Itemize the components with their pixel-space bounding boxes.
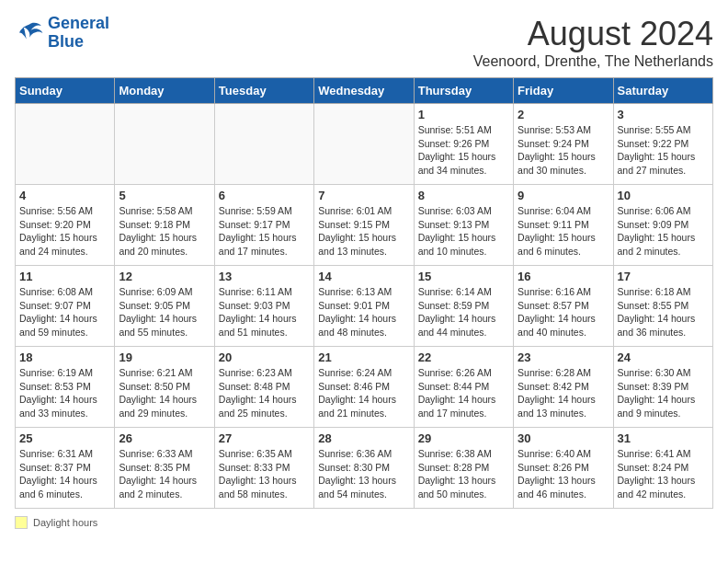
calendar-day-cell: 4Sunrise: 5:56 AM Sunset: 9:20 PM Daylig… — [16, 185, 115, 266]
day-info: Sunrise: 6:38 AM Sunset: 8:28 PM Dayligh… — [418, 447, 509, 501]
day-number: 26 — [119, 431, 210, 445]
calendar-header-row: SundayMondayTuesdayWednesdayThursdayFrid… — [16, 78, 713, 104]
calendar-day-cell: 8Sunrise: 6:03 AM Sunset: 9:13 PM Daylig… — [414, 185, 513, 266]
day-number: 9 — [518, 189, 609, 202]
day-number: 4 — [19, 189, 110, 202]
day-info: Sunrise: 6:16 AM Sunset: 8:57 PM Dayligh… — [518, 285, 609, 339]
calendar-week-row: 11Sunrise: 6:08 AM Sunset: 9:07 PM Dayli… — [16, 266, 713, 347]
calendar-day-cell: 21Sunrise: 6:24 AM Sunset: 8:46 PM Dayli… — [314, 347, 414, 428]
month-title: August 2024 — [473, 15, 713, 53]
day-info: Sunrise: 6:33 AM Sunset: 8:35 PM Dayligh… — [119, 447, 210, 501]
calendar-day-cell: 31Sunrise: 6:41 AM Sunset: 8:24 PM Dayli… — [613, 428, 712, 509]
day-number: 31 — [618, 431, 709, 445]
calendar-day-cell: 6Sunrise: 5:59 AM Sunset: 9:17 PM Daylig… — [214, 185, 313, 266]
location-subtitle: Veenoord, Drenthe, The Netherlands — [473, 53, 713, 70]
calendar-day-cell: 1Sunrise: 5:51 AM Sunset: 9:26 PM Daylig… — [414, 104, 513, 185]
day-info: Sunrise: 6:08 AM Sunset: 9:07 PM Dayligh… — [19, 285, 110, 339]
calendar-day-header: Friday — [514, 78, 613, 104]
calendar-day-cell: 14Sunrise: 6:13 AM Sunset: 9:01 PM Dayli… — [314, 266, 414, 347]
calendar-day-cell: 11Sunrise: 6:08 AM Sunset: 9:07 PM Dayli… — [16, 266, 115, 347]
calendar-day-cell: 16Sunrise: 6:16 AM Sunset: 8:57 PM Dayli… — [514, 266, 613, 347]
title-block: August 2024 Veenoord, Drenthe, The Nethe… — [473, 15, 713, 70]
day-number: 2 — [518, 108, 609, 121]
day-info: Sunrise: 6:30 AM Sunset: 8:39 PM Dayligh… — [618, 366, 709, 420]
day-number: 1 — [418, 108, 509, 121]
calendar-day-cell: 22Sunrise: 6:26 AM Sunset: 8:44 PM Dayli… — [414, 347, 513, 428]
day-info: Sunrise: 6:18 AM Sunset: 8:55 PM Dayligh… — [618, 285, 709, 339]
day-info: Sunrise: 6:04 AM Sunset: 9:11 PM Dayligh… — [518, 204, 609, 259]
calendar-day-cell: 25Sunrise: 6:31 AM Sunset: 8:37 PM Dayli… — [16, 428, 115, 509]
calendar-day-header: Monday — [115, 78, 214, 104]
footer-note: Daylight hours — [15, 516, 713, 529]
calendar-day-header: Wednesday — [314, 78, 414, 104]
daylight-label: Daylight hours — [33, 517, 97, 528]
day-number: 24 — [618, 350, 709, 364]
day-number: 21 — [318, 350, 409, 364]
day-number: 6 — [219, 189, 310, 202]
day-number: 13 — [219, 270, 310, 283]
logo-text: General Blue — [48, 15, 109, 52]
day-info: Sunrise: 6:03 AM Sunset: 9:13 PM Dayligh… — [418, 204, 509, 259]
day-number: 20 — [219, 350, 310, 364]
day-number: 23 — [518, 350, 609, 364]
calendar-day-header: Saturday — [613, 78, 712, 104]
calendar-day-cell: 26Sunrise: 6:33 AM Sunset: 8:35 PM Dayli… — [115, 428, 214, 509]
calendar-day-cell: 7Sunrise: 6:01 AM Sunset: 9:15 PM Daylig… — [314, 185, 414, 266]
day-info: Sunrise: 6:35 AM Sunset: 8:33 PM Dayligh… — [219, 447, 310, 501]
day-info: Sunrise: 6:26 AM Sunset: 8:44 PM Dayligh… — [418, 366, 509, 420]
day-number: 14 — [318, 270, 409, 283]
logo: General Blue — [15, 15, 109, 52]
page-header: General Blue August 2024 Veenoord, Drent… — [15, 15, 713, 70]
calendar-day-header: Tuesday — [214, 78, 313, 104]
calendar-day-cell: 3Sunrise: 5:55 AM Sunset: 9:22 PM Daylig… — [613, 104, 712, 185]
calendar-day-cell: 20Sunrise: 6:23 AM Sunset: 8:48 PM Dayli… — [214, 347, 313, 428]
calendar-week-row: 18Sunrise: 6:19 AM Sunset: 8:53 PM Dayli… — [16, 347, 713, 428]
calendar-day-cell — [214, 104, 313, 185]
day-info: Sunrise: 5:58 AM Sunset: 9:18 PM Dayligh… — [119, 204, 210, 259]
calendar-week-row: 4Sunrise: 5:56 AM Sunset: 9:20 PM Daylig… — [16, 185, 713, 266]
calendar-day-header: Thursday — [414, 78, 513, 104]
calendar-day-cell: 13Sunrise: 6:11 AM Sunset: 9:03 PM Dayli… — [214, 266, 313, 347]
day-number: 28 — [318, 431, 409, 445]
day-info: Sunrise: 5:53 AM Sunset: 9:24 PM Dayligh… — [518, 123, 609, 178]
day-info: Sunrise: 6:14 AM Sunset: 8:59 PM Dayligh… — [418, 285, 509, 339]
calendar-day-cell — [16, 104, 115, 185]
day-info: Sunrise: 6:11 AM Sunset: 9:03 PM Dayligh… — [219, 285, 310, 339]
day-number: 29 — [418, 431, 509, 445]
day-info: Sunrise: 6:06 AM Sunset: 9:09 PM Dayligh… — [618, 204, 709, 259]
day-info: Sunrise: 5:59 AM Sunset: 9:17 PM Dayligh… — [219, 204, 310, 259]
logo-icon — [15, 18, 44, 48]
day-number: 22 — [418, 350, 509, 364]
daylight-swatch — [15, 516, 28, 529]
day-info: Sunrise: 6:09 AM Sunset: 9:05 PM Dayligh… — [119, 285, 210, 339]
day-number: 11 — [19, 270, 110, 283]
day-info: Sunrise: 5:51 AM Sunset: 9:26 PM Dayligh… — [418, 123, 509, 178]
day-info: Sunrise: 6:21 AM Sunset: 8:50 PM Dayligh… — [119, 366, 210, 420]
day-number: 15 — [418, 270, 509, 283]
day-info: Sunrise: 5:55 AM Sunset: 9:22 PM Dayligh… — [618, 123, 709, 178]
day-number: 5 — [119, 189, 210, 202]
calendar-day-cell: 2Sunrise: 5:53 AM Sunset: 9:24 PM Daylig… — [514, 104, 613, 185]
calendar-week-row: 25Sunrise: 6:31 AM Sunset: 8:37 PM Dayli… — [16, 428, 713, 509]
day-info: Sunrise: 6:28 AM Sunset: 8:42 PM Dayligh… — [518, 366, 609, 420]
day-number: 8 — [418, 189, 509, 202]
calendar-week-row: 1Sunrise: 5:51 AM Sunset: 9:26 PM Daylig… — [16, 104, 713, 185]
calendar-day-cell — [115, 104, 214, 185]
day-number: 17 — [618, 270, 709, 283]
day-number: 19 — [119, 350, 210, 364]
day-info: Sunrise: 6:23 AM Sunset: 8:48 PM Dayligh… — [219, 366, 310, 420]
calendar-day-cell: 9Sunrise: 6:04 AM Sunset: 9:11 PM Daylig… — [514, 185, 613, 266]
day-info: Sunrise: 6:01 AM Sunset: 9:15 PM Dayligh… — [318, 204, 409, 259]
day-number: 10 — [618, 189, 709, 202]
day-info: Sunrise: 6:41 AM Sunset: 8:24 PM Dayligh… — [618, 447, 709, 501]
calendar-day-cell: 15Sunrise: 6:14 AM Sunset: 8:59 PM Dayli… — [414, 266, 513, 347]
day-number: 7 — [318, 189, 409, 202]
calendar-day-cell: 10Sunrise: 6:06 AM Sunset: 9:09 PM Dayli… — [613, 185, 712, 266]
day-number: 30 — [518, 431, 609, 445]
calendar-day-cell: 12Sunrise: 6:09 AM Sunset: 9:05 PM Dayli… — [115, 266, 214, 347]
day-number: 3 — [618, 108, 709, 121]
day-info: Sunrise: 6:36 AM Sunset: 8:30 PM Dayligh… — [318, 447, 409, 501]
calendar-day-cell: 19Sunrise: 6:21 AM Sunset: 8:50 PM Dayli… — [115, 347, 214, 428]
day-info: Sunrise: 6:24 AM Sunset: 8:46 PM Dayligh… — [318, 366, 409, 420]
calendar-day-cell: 27Sunrise: 6:35 AM Sunset: 8:33 PM Dayli… — [214, 428, 313, 509]
